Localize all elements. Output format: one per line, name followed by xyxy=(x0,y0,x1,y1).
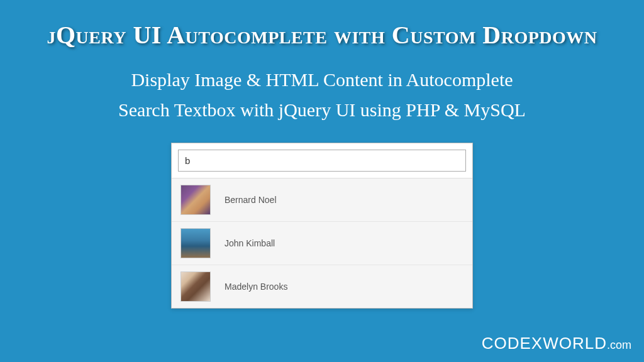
brand-suffix: .com xyxy=(607,339,631,351)
result-item[interactable]: Madelyn Brooks xyxy=(172,265,472,308)
avatar xyxy=(180,185,211,215)
result-item[interactable]: Bernard Noel xyxy=(172,178,472,222)
result-item[interactable]: John Kimball xyxy=(172,222,472,265)
subtitle-line-1: Display Image & HTML Content in Autocomp… xyxy=(131,69,513,90)
result-name: Bernard Noel xyxy=(225,195,277,205)
brand-main: CODEXWORLD xyxy=(482,334,607,353)
avatar xyxy=(180,272,211,302)
search-input[interactable] xyxy=(178,150,466,172)
page-title: jQuery UI Autocomplete with Custom Dropd… xyxy=(0,20,644,50)
page-subtitle: Display Image & HTML Content in Autocomp… xyxy=(0,65,644,125)
avatar xyxy=(180,228,211,258)
autocomplete-results: Bernard Noel John Kimball Madelyn Brooks xyxy=(172,178,472,308)
brand-watermark: CODEXWORLD.com xyxy=(482,334,631,353)
autocomplete-demo: Bernard Noel John Kimball Madelyn Brooks xyxy=(171,143,473,309)
result-name: John Kimball xyxy=(225,238,275,248)
result-name: Madelyn Brooks xyxy=(225,282,287,292)
subtitle-line-2: Search Textbox with jQuery UI using PHP … xyxy=(118,99,526,120)
